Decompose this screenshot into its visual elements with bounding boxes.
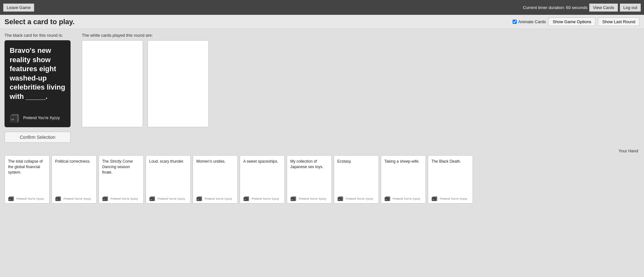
svg-text:US: US: [197, 199, 199, 200]
white-played-card-1: [82, 40, 143, 127]
hand-card-logo-icon-1: US: [55, 196, 62, 201]
hand-card-footer-4: US Pretend You're Xyzzy: [196, 196, 234, 201]
svg-text:US: US: [56, 199, 58, 200]
white-played-card-2: [148, 40, 209, 127]
hand-card-footer-6: US Pretend You're Xyzzy: [290, 196, 328, 201]
svg-text:US: US: [338, 199, 340, 200]
hand-card-text-4: Women's undies.: [196, 159, 234, 194]
confirm-selection-button[interactable]: Confirm Selection: [5, 132, 71, 143]
animate-cards-label[interactable]: Animate Cards: [513, 19, 546, 24]
black-card-text: Bravo's new reality show features eight …: [10, 46, 65, 108]
hand-card-7[interactable]: Ecstasy. US Pretend You're Xyzzy: [334, 155, 379, 204]
hand-card-logo-icon-6: US: [290, 196, 297, 201]
log-out-button[interactable]: Log out: [620, 4, 641, 12]
hand-card-brand-5: Pretend You're Xyzzy: [252, 197, 279, 201]
hand-card-logo-icon-0: US: [8, 196, 15, 201]
black-card-section: The black card for this round is: Bravo'…: [5, 33, 75, 143]
hand-card-logo-icon-3: US: [149, 196, 156, 201]
svg-text:US: US: [244, 199, 246, 200]
hand-card-footer-1: US Pretend You're Xyzzy: [55, 196, 93, 201]
title-bar-right: Animate Cards Show Game Options Show Las…: [513, 17, 639, 26]
hand-card-brand-4: Pretend You're Xyzzy: [205, 197, 232, 201]
hand-card-8[interactable]: Taking a sheep-wife. US Pretend You're X…: [381, 155, 426, 204]
svg-text:US: US: [150, 199, 152, 200]
hand-card-brand-7: Pretend You're Xyzzy: [346, 197, 373, 201]
svg-text:US: US: [11, 119, 14, 120]
hand-card-1[interactable]: Political correctness. US Pretend You're…: [52, 155, 97, 204]
title-bar: Select a card to play. Animate Cards Sho…: [0, 15, 644, 29]
hand-card-logo-icon-4: US: [196, 196, 203, 201]
hand-card-brand-6: Pretend You're Xyzzy: [299, 197, 326, 201]
black-card: Bravo's new reality show features eight …: [5, 40, 71, 127]
white-played-cards: [82, 40, 639, 127]
hand-card-3[interactable]: Loud, scary thunder. US Pretend You're X…: [146, 155, 191, 204]
hand-cards: The total collapse of the global financi…: [5, 155, 639, 204]
header-right: Current timer duration: 60 seconds View …: [523, 4, 641, 12]
hand-card-text-0: The total collapse of the global financi…: [8, 159, 46, 194]
show-last-round-button[interactable]: Show Last Round: [598, 17, 639, 26]
white-played-section: The white cards played this round are:: [82, 33, 639, 127]
hand-card-footer-2: US Pretend You're Xyzzy: [102, 196, 140, 201]
hand-card-text-8: Taking a sheep-wife.: [384, 159, 422, 194]
hand-card-text-2: The Strictly Come Dancing season finale.: [102, 159, 140, 194]
timer-text: Current timer duration: 60 seconds: [523, 5, 587, 10]
hand-card-9[interactable]: The Black Death. US Pretend You're Xyzzy: [428, 155, 473, 204]
black-card-footer: US Pretend You're Xyzzy: [10, 114, 65, 123]
hand-card-2[interactable]: The Strictly Come Dancing season finale.…: [99, 155, 144, 204]
hand-card-footer-5: US Pretend You're Xyzzy: [243, 196, 281, 201]
hand-card-brand-3: Pretend You're Xyzzy: [158, 197, 185, 201]
svg-text:US: US: [9, 199, 11, 200]
hand-card-logo-icon-8: US: [384, 196, 391, 201]
hand-card-text-6: My collection of Japanese sex toys.: [290, 159, 328, 194]
hand-card-brand-8: Pretend You're Xyzzy: [393, 197, 420, 201]
hand-card-footer-0: US Pretend You're Xyzzy: [8, 196, 46, 201]
hand-card-logo-icon-5: US: [243, 196, 250, 201]
hand-card-brand-0: Pretend You're Xyzzy: [16, 197, 44, 201]
white-played-label: The white cards played this round are:: [82, 33, 639, 38]
hand-card-brand-2: Pretend You're Xyzzy: [111, 197, 138, 201]
black-card-logo-icon: US: [10, 114, 21, 123]
hand-section: Your Hand The total collapse of the glob…: [5, 148, 639, 204]
hand-card-5[interactable]: A sweet spaceships. US Pretend You're Xy…: [240, 155, 285, 204]
hand-card-text-7: Ecstasy.: [337, 159, 375, 194]
hand-card-text-3: Loud, scary thunder.: [149, 159, 187, 194]
hand-card-logo-icon-2: US: [102, 196, 109, 201]
hand-card-text-5: A sweet spaceships.: [243, 159, 281, 194]
hand-label: Your Hand: [5, 148, 639, 153]
hand-card-footer-9: US Pretend You're Xyzzy: [431, 196, 469, 201]
hand-card-footer-8: US Pretend You're Xyzzy: [384, 196, 422, 201]
hand-card-brand-9: Pretend You're Xyzzy: [440, 197, 467, 201]
main: The black card for this round is: Bravo'…: [0, 29, 644, 207]
svg-text:US: US: [385, 199, 387, 200]
animate-cards-checkbox[interactable]: [513, 20, 517, 24]
svg-text:US: US: [291, 199, 293, 200]
black-card-label: The black card for this round is:: [5, 33, 75, 38]
hand-card-logo-icon-7: US: [337, 196, 344, 201]
hand-card-brand-1: Pretend You're Xyzzy: [63, 197, 91, 201]
show-game-options-button[interactable]: Show Game Options: [548, 17, 595, 26]
black-card-brand: Pretend You're Xyzzy: [23, 116, 60, 121]
hand-card-text-1: Political correctness.: [55, 159, 93, 194]
page-title: Select a card to play.: [5, 18, 74, 26]
hand-card-logo-icon-9: US: [431, 196, 438, 201]
svg-text:US: US: [103, 199, 105, 200]
hand-card-footer-3: US Pretend You're Xyzzy: [149, 196, 187, 201]
svg-text:US: US: [432, 199, 434, 200]
hand-card-6[interactable]: My collection of Japanese sex toys. US P…: [287, 155, 332, 204]
cards-area: The black card for this round is: Bravo'…: [5, 33, 639, 143]
hand-card-4[interactable]: Women's undies. US Pretend You're Xyzzy: [193, 155, 238, 204]
hand-card-footer-7: US Pretend You're Xyzzy: [337, 196, 375, 201]
header: Leave Game Current timer duration: 60 se…: [0, 0, 644, 15]
view-cards-button[interactable]: View Cards: [589, 4, 618, 12]
leave-game-button[interactable]: Leave Game: [3, 4, 34, 12]
header-left: Leave Game: [3, 4, 34, 12]
hand-card-0[interactable]: The total collapse of the global financi…: [5, 155, 50, 204]
hand-card-text-9: The Black Death.: [431, 159, 469, 194]
